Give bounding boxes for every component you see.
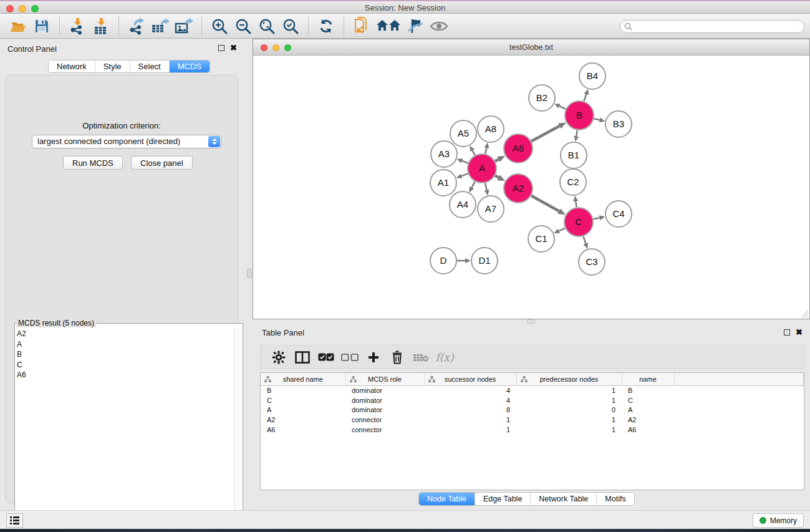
table-cell-shared_name[interactable]: A2 <box>261 415 345 425</box>
graph-edge-C-C2[interactable] <box>576 201 576 208</box>
table-cell-filler[interactable] <box>674 425 804 435</box>
mcds-result-item[interactable]: A <box>17 339 26 350</box>
zoom-fit-icon[interactable] <box>258 17 276 36</box>
column-header-shared-name[interactable]: shared name <box>261 373 345 385</box>
zoom-in-icon[interactable] <box>210 17 229 36</box>
delete-column-icon[interactable] <box>387 349 408 365</box>
tab-motifs[interactable]: Motifs <box>596 493 634 505</box>
graph-edge-C-C4[interactable] <box>594 218 600 219</box>
graph-node-B4[interactable]: B4 <box>579 63 605 89</box>
function-builder-icon[interactable]: f(x) <box>434 349 455 365</box>
close-panel-icon[interactable]: ✖ <box>230 45 237 51</box>
table-row[interactable]: Cdominator41C <box>261 395 804 405</box>
table-cell-predecessors[interactable]: 1 <box>516 425 622 435</box>
table-cell-successors[interactable]: 1 <box>424 415 516 425</box>
select-all-checkboxes-icon[interactable] <box>316 349 337 365</box>
network-canvas[interactable]: B4B2BB3A8A5A6A3B1AC2A1A2A4A7C4CC1DD1C3 <box>253 56 809 319</box>
graph-edge-B-B1[interactable] <box>576 130 577 137</box>
column-header-mcds-role[interactable]: MCDS role <box>345 373 424 385</box>
window-resize-grip[interactable] <box>800 309 808 317</box>
tab-select[interactable]: Select <box>130 60 169 72</box>
graph-node-D[interactable]: D <box>430 248 456 274</box>
tab-network[interactable]: Network <box>49 60 95 72</box>
table-cell-predecessors[interactable]: 0 <box>516 405 622 415</box>
graph-edge-A-A7[interactable] <box>485 183 486 190</box>
tab-mcds[interactable]: MCDS <box>169 60 210 72</box>
clone-network-icon[interactable] <box>352 17 371 36</box>
graph-node-A3[interactable]: A3 <box>431 141 457 167</box>
export-network-icon[interactable] <box>127 17 146 36</box>
graph-node-A1[interactable]: A1 <box>430 170 456 196</box>
mcds-result-scrollbar[interactable] <box>234 328 242 531</box>
mcds-result-item[interactable]: A2 <box>17 329 26 339</box>
criterion-dropdown[interactable]: largest connected component (directed) <box>32 135 221 148</box>
table-cell-successors[interactable]: 4 <box>424 385 516 395</box>
column-header-name[interactable]: name <box>622 373 674 385</box>
graph-node-A7[interactable]: A7 <box>478 196 504 222</box>
open-folder-icon[interactable] <box>9 17 27 36</box>
graph-node-A6[interactable]: A6 <box>504 134 533 163</box>
deselect-all-checkboxes-icon[interactable] <box>339 349 360 365</box>
tab-style[interactable]: Style <box>95 60 130 72</box>
graph-edge-A-A1[interactable] <box>461 173 468 176</box>
graph-node-B2[interactable]: B2 <box>529 85 555 111</box>
graph-edge-A2-C[interactable] <box>531 196 559 211</box>
import-table-icon[interactable] <box>92 17 110 36</box>
show-hidden-eye-icon[interactable] <box>430 17 448 36</box>
table-cell-name[interactable]: A <box>622 405 674 415</box>
mcds-result-item[interactable]: B <box>17 349 26 360</box>
tab-node-table[interactable]: Node Table <box>419 493 475 505</box>
table-cell-name[interactable]: B <box>622 385 674 395</box>
graph-node-A5[interactable]: A5 <box>450 120 476 147</box>
graph-node-C2[interactable]: C2 <box>560 169 586 195</box>
table-cell-mcds_role[interactable]: connector <box>345 415 424 425</box>
graph-node-B3[interactable]: B3 <box>605 111 632 137</box>
add-column-icon[interactable] <box>363 349 384 365</box>
graph-node-B1[interactable]: B1 <box>561 142 587 168</box>
table-cell-filler[interactable] <box>674 385 804 395</box>
float-table-panel-icon[interactable] <box>784 329 790 336</box>
graph-node-B[interactable]: B <box>565 101 594 130</box>
graph-node-C3[interactable]: C3 <box>579 249 605 275</box>
run-mcds-button[interactable]: Run MCDS <box>63 156 123 170</box>
mcds-result-item[interactable]: A6 <box>17 370 26 380</box>
graph-node-C1[interactable]: C1 <box>528 226 554 252</box>
column-header-predecessor-nodes[interactable]: predecessor nodes <box>516 373 622 385</box>
search-input[interactable] <box>635 22 800 31</box>
save-icon[interactable] <box>32 17 51 36</box>
vertical-splitter-handle[interactable] <box>247 269 252 278</box>
graph-edge-A-A3[interactable] <box>462 161 468 163</box>
graph-edge-A6-B[interactable] <box>531 126 559 142</box>
graph-edge-B-B2[interactable] <box>559 106 566 109</box>
table-cell-predecessors[interactable]: 1 <box>516 415 622 425</box>
tab-network-table[interactable]: Network Table <box>530 493 596 505</box>
table-cell-successors[interactable]: 8 <box>424 405 516 415</box>
table-cell-name[interactable]: C <box>622 395 674 405</box>
graph-edge-C-C1[interactable] <box>559 228 565 231</box>
graph-edge-B-B4[interactable] <box>584 94 587 101</box>
table-cell-successors[interactable]: 4 <box>424 395 516 405</box>
graph-node-D1[interactable]: D1 <box>471 248 498 274</box>
table-cell-predecessors[interactable]: 1 <box>516 385 622 395</box>
hide-flags-icon[interactable] <box>406 17 425 36</box>
tab-edge-table[interactable]: Edge Table <box>475 493 530 505</box>
table-row[interactable]: A2connector11A2 <box>261 415 804 425</box>
zoom-out-icon[interactable] <box>234 17 253 36</box>
export-table-icon[interactable] <box>151 17 170 36</box>
graph-edge-A-A5[interactable] <box>473 150 475 155</box>
home-layout-icon[interactable] <box>376 17 401 36</box>
delete-table-icon[interactable] <box>410 349 432 365</box>
settings-gear-icon[interactable] <box>268 349 289 365</box>
memory-button[interactable]: Memory <box>753 513 804 528</box>
graph-node-A8[interactable]: A8 <box>478 116 504 142</box>
zoom-selected-icon[interactable] <box>281 17 300 36</box>
close-table-panel-icon[interactable]: ✖ <box>796 329 803 336</box>
graph-edge-A-A6[interactable] <box>495 159 499 161</box>
network-window-titlebar[interactable]: testGlobe.txt <box>253 39 809 56</box>
graph-edge-C-C3[interactable] <box>584 236 586 244</box>
table-row[interactable]: A6connector11A6 <box>261 425 804 435</box>
graph-edge-A-A4[interactable] <box>472 181 475 188</box>
table-cell-predecessors[interactable]: 1 <box>516 395 622 405</box>
column-header-successor-nodes[interactable]: successor nodes <box>424 373 516 385</box>
close-panel-button[interactable]: Close panel <box>131 156 193 170</box>
